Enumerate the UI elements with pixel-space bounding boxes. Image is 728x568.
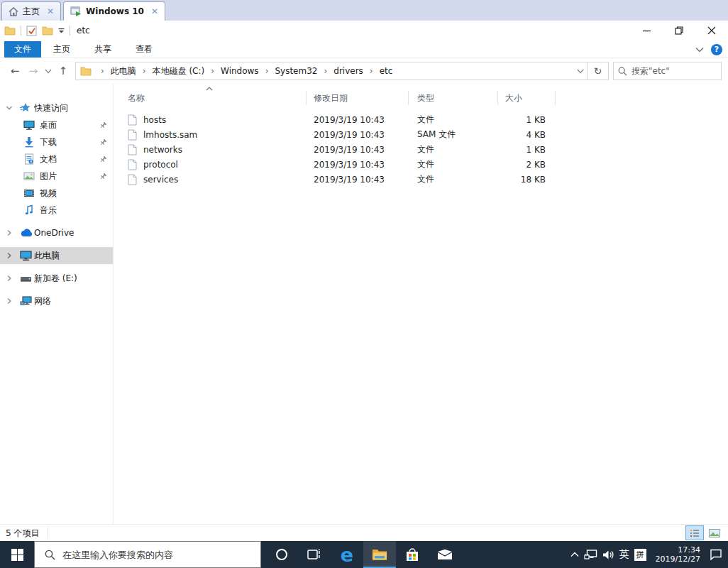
column-header-size[interactable]: 大小: [498, 91, 556, 105]
breadcrumb-item[interactable]: System32: [273, 66, 319, 76]
column-header-name[interactable]: 名称: [128, 91, 307, 105]
taskbar: e 英 拼 17:34 2019/12/27: [0, 541, 728, 568]
up-button[interactable]: ↑: [54, 62, 72, 80]
chevron-right-icon[interactable]: [6, 297, 13, 305]
address-dropdown-icon[interactable]: [577, 69, 584, 74]
thumbnail-view-button[interactable]: [705, 525, 724, 540]
file-icon: [128, 129, 139, 141]
edge-button[interactable]: e: [331, 541, 363, 568]
task-view-icon: [307, 549, 321, 560]
file-menu-button[interactable]: 文件: [4, 41, 41, 58]
minimize-button[interactable]: [630, 21, 663, 40]
breadcrumb-separator: ›: [101, 66, 104, 76]
start-button[interactable]: [0, 541, 34, 568]
ime-mode-icon[interactable]: 拼: [634, 549, 646, 561]
hidden-icons-button[interactable]: [570, 552, 579, 557]
file-type: SAM 文件: [409, 129, 498, 141]
address-bar[interactable]: › 此电脑 › 本地磁盘 (C:) › Windows › System32 ›…: [75, 62, 588, 80]
pictures-icon: [23, 170, 35, 182]
file-row[interactable]: hosts 2019/3/19 10:43 文件 1 KB: [114, 112, 568, 127]
sidebar-item-desktop[interactable]: 桌面: [0, 116, 113, 133]
properties-button-icon[interactable]: [26, 26, 37, 36]
svg-text:4: 4: [30, 159, 32, 163]
breadcrumb-item[interactable]: 本地磁盘 (C:): [151, 65, 206, 77]
breadcrumb-item[interactable]: 此电脑: [109, 65, 138, 77]
column-header-date[interactable]: 修改日期: [307, 91, 409, 105]
sidebar-item-label: 新加卷 (E:): [34, 273, 77, 285]
sidebar-item-videos[interactable]: 视频: [0, 185, 113, 202]
action-center-button[interactable]: [710, 549, 722, 560]
sidebar-item-label: OneDrive: [34, 228, 74, 238]
cortana-button[interactable]: [265, 541, 298, 568]
ribbon-tab-share[interactable]: 共享: [82, 41, 123, 58]
recent-locations-dropdown-icon[interactable]: [43, 62, 54, 80]
taskbar-clock[interactable]: 17:34 2019/12/27: [651, 545, 705, 564]
mail-button[interactable]: [429, 541, 461, 568]
expand-ribbon-icon[interactable]: [695, 47, 704, 53]
sidebar-item-label: 网络: [34, 295, 51, 307]
file-explorer-button[interactable]: [363, 541, 396, 568]
file-icon: [128, 114, 139, 126]
search-box[interactable]: [613, 62, 722, 80]
back-button[interactable]: ←: [6, 62, 24, 80]
home-icon: [9, 7, 18, 16]
breadcrumb-item[interactable]: Windows: [219, 66, 260, 76]
volume-icon[interactable]: [602, 550, 614, 560]
network-status-icon[interactable]: [584, 550, 597, 560]
chevron-right-icon[interactable]: [6, 229, 13, 236]
language-indicator[interactable]: 英: [619, 548, 629, 561]
sidebar-item-new-volume[interactable]: 新加卷 (E:): [0, 270, 113, 287]
file-type: 文件: [409, 173, 498, 185]
sidebar-item-network[interactable]: 网络: [0, 293, 113, 310]
sidebar-item-onedrive[interactable]: OneDrive: [0, 224, 113, 241]
sidebar-item-music[interactable]: 音乐: [0, 202, 113, 219]
details-view-button[interactable]: [685, 525, 704, 540]
column-headers: 名称 修改日期 类型 大小: [114, 89, 556, 106]
ribbon-tab-home[interactable]: 主页: [41, 41, 82, 58]
close-tab-icon[interactable]: ✕: [151, 6, 158, 16]
sidebar-item-label: 视频: [40, 187, 57, 200]
sidebar-item-downloads[interactable]: 下载: [0, 133, 113, 151]
taskbar-search-box[interactable]: [34, 541, 261, 568]
forward-button[interactable]: →: [24, 62, 43, 80]
chevron-right-icon[interactable]: [6, 252, 13, 259]
breadcrumb-item[interactable]: drivers: [332, 66, 365, 76]
browser-tab-home[interactable]: 主页 ✕: [1, 1, 61, 21]
videos-icon: [23, 187, 35, 199]
sidebar-item-documents[interactable]: 4 文档: [0, 151, 113, 168]
file-row[interactable]: lmhosts.sam 2019/3/19 10:43 SAM 文件 4 KB: [114, 127, 568, 142]
ribbon-tab-view[interactable]: 查看: [123, 41, 165, 58]
explorer-titlebar: etc: [0, 21, 728, 40]
file-row[interactable]: networks 2019/3/19 10:43 文件 1 KB: [114, 142, 568, 157]
help-button[interactable]: ?: [711, 44, 722, 55]
breadcrumb-item[interactable]: etc: [378, 66, 395, 76]
chevron-down-icon[interactable]: [6, 104, 13, 111]
explorer-body: 快速访问 桌面 下载 4 文档 图片: [0, 84, 728, 524]
explorer-search-input[interactable]: [632, 66, 710, 76]
task-view-button[interactable]: [298, 541, 331, 568]
file-date: 2019/3/19 10:43: [307, 145, 409, 155]
chevron-right-icon[interactable]: [6, 275, 13, 282]
sidebar-item-quick-access[interactable]: 快速访问: [0, 99, 113, 116]
file-row[interactable]: services 2019/3/19 10:43 文件 18 KB: [114, 172, 568, 187]
browser-tab-windows10[interactable]: Windows 10 ✕: [63, 1, 165, 21]
taskbar-search-input[interactable]: [62, 550, 240, 560]
pin-icon: [99, 121, 107, 129]
column-header-type[interactable]: 类型: [409, 91, 498, 105]
close-tab-icon[interactable]: ✕: [47, 6, 54, 16]
file-row[interactable]: protocol 2019/3/19 10:43 文件 2 KB: [114, 157, 568, 172]
status-bar: 5 个项目: [0, 524, 728, 541]
sidebar-item-label: 桌面: [40, 119, 57, 131]
refresh-button[interactable]: ↻: [588, 62, 609, 80]
qat-customize-dropdown-icon[interactable]: [58, 28, 65, 34]
close-button[interactable]: [695, 21, 728, 40]
sidebar-item-this-pc[interactable]: 此电脑: [0, 247, 113, 264]
store-button[interactable]: [396, 541, 429, 568]
file-date: 2019/3/19 10:43: [307, 175, 409, 185]
pin-icon: [99, 173, 107, 180]
sidebar-item-pictures[interactable]: 图片: [0, 168, 113, 185]
thumbnail-view-icon: [709, 529, 720, 537]
new-folder-button-icon[interactable]: [42, 26, 53, 36]
location-folder-icon: [80, 66, 92, 76]
restore-button[interactable]: [663, 21, 695, 40]
